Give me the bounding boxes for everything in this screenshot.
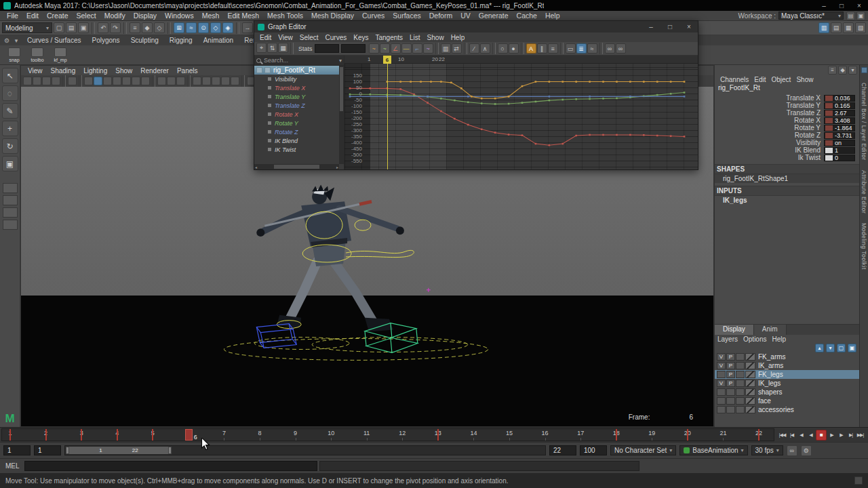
curve-keyframe[interactable] xyxy=(535,143,537,145)
outliner-horizontal-scrollbar[interactable]: ◂ ▸ xyxy=(254,164,339,169)
curve-keyframe[interactable] xyxy=(643,81,645,83)
curve-keyframe[interactable] xyxy=(656,94,658,96)
curve-keyframe[interactable] xyxy=(427,102,429,104)
keyframe-tick[interactable] xyxy=(437,429,439,441)
graph-editor-window[interactable]: Graph Editor –□× EditViewSelectCurvesKey… xyxy=(254,20,698,170)
curve-keyframe[interactable] xyxy=(602,98,604,100)
layer-playback-toggle[interactable]: P xyxy=(726,380,735,387)
outliner-node-row[interactable]: rig_FootIK_Rt xyxy=(254,66,339,75)
graph-menu-select[interactable]: Select xyxy=(296,34,322,41)
left-foot-ik-control[interactable] xyxy=(256,324,296,348)
normalized-view-icon[interactable]: ≈ xyxy=(587,43,597,54)
shelf-tab-rigging[interactable]: Rigging xyxy=(164,37,198,44)
menu-edit[interactable]: Edit xyxy=(22,12,43,20)
layer-move-up-icon[interactable]: ▴ xyxy=(815,344,824,352)
curve-keyframe[interactable] xyxy=(670,135,672,137)
layer-color-swatch[interactable] xyxy=(745,388,755,396)
curve-keyframe[interactable] xyxy=(575,81,577,83)
graph-editor-minimize-button[interactable]: – xyxy=(646,23,656,30)
menu-deform[interactable]: Deform xyxy=(425,12,456,20)
linear-tangents-icon[interactable]: ∠ xyxy=(391,43,401,54)
attribute-editor-toggle-icon[interactable]: ▤ xyxy=(831,22,842,33)
channel-box-menu-channels[interactable]: Channels xyxy=(720,76,754,83)
create-layer-from-selected-icon[interactable]: ▣ xyxy=(848,344,856,352)
graph-editor-maximize-button[interactable]: □ xyxy=(665,23,675,30)
channel-box-toggle-icon[interactable]: ▥ xyxy=(818,22,829,33)
paint-select-tool[interactable]: ✎ xyxy=(2,103,18,119)
textured-display-icon[interactable] xyxy=(103,77,112,85)
curve-keyframe[interactable] xyxy=(684,81,686,83)
workspace-select[interactable]: Maya Classıc* ▾ xyxy=(778,12,844,20)
stats-time-field[interactable] xyxy=(315,44,339,53)
channel-box-menu-edit[interactable]: Edit xyxy=(754,76,771,83)
make-live-icon[interactable]: ◈ xyxy=(222,22,233,33)
command-language-toggle[interactable]: MEL xyxy=(5,462,24,470)
keyframe-tick[interactable] xyxy=(152,429,153,441)
channel-row-translate-x[interactable]: Translate X0.036 xyxy=(715,94,859,102)
menu-create[interactable]: Create xyxy=(43,12,73,20)
field-chart-icon[interactable] xyxy=(212,77,220,85)
layer-playback-toggle[interactable]: P xyxy=(726,371,735,378)
curve-keyframe[interactable] xyxy=(616,134,618,136)
layer-color-swatch[interactable] xyxy=(745,353,755,361)
keyframe-tick[interactable] xyxy=(81,429,82,441)
curve-keyframe[interactable] xyxy=(535,101,537,103)
animation-start-field[interactable]: 1 xyxy=(3,445,31,455)
scrollbar-thumb[interactable] xyxy=(274,165,320,169)
anim-curve-rotate-x[interactable] xyxy=(387,82,684,99)
animation-end-field[interactable]: 100 xyxy=(580,445,607,455)
curve-keyframe[interactable] xyxy=(521,134,524,136)
lasso-select-tool[interactable]: ◌ xyxy=(2,85,18,101)
curve-keyframe[interactable] xyxy=(427,96,429,98)
channel-box-menu-show[interactable]: Show xyxy=(796,76,818,83)
keyframe-tick[interactable] xyxy=(9,429,11,441)
single-pane-layout-button[interactable] xyxy=(3,183,18,193)
layer-editor-tab-anim[interactable]: Anim xyxy=(754,325,787,335)
curve-keyframe[interactable] xyxy=(430,81,432,83)
panel-menu-show[interactable]: Show xyxy=(111,67,136,75)
range-end-handle[interactable] xyxy=(168,447,172,454)
curve-keyframe[interactable] xyxy=(602,81,604,83)
unify-tangents-icon[interactable]: ∧ xyxy=(480,43,490,54)
outliner-channel-translate-y[interactable]: Translate Y xyxy=(254,92,339,101)
post-infinity-cycle-icon[interactable]: ∞ xyxy=(616,43,626,54)
motion-blur-icon[interactable] xyxy=(141,77,150,85)
channel-value-field[interactable]: -1.864 xyxy=(824,125,855,131)
move-nearest-picked-key-icon[interactable]: ⌖ xyxy=(256,43,267,53)
channel-row-translate-z[interactable]: Translate Z2.67 xyxy=(715,109,859,117)
playback-end-field[interactable]: 22 xyxy=(549,445,576,455)
menu-mesh[interactable]: Mesh xyxy=(198,12,224,20)
panel-menu-view[interactable]: View xyxy=(24,67,47,75)
layer-color-swatch[interactable] xyxy=(745,362,755,369)
shelf-tab-curves-surfaces[interactable]: Curves / Surfaces xyxy=(22,37,86,44)
curve-keyframe[interactable] xyxy=(481,102,483,104)
keyframe-tick[interactable] xyxy=(117,429,118,441)
layer-playback-toggle[interactable] xyxy=(726,397,735,405)
channel-value-field[interactable]: 0.165 xyxy=(824,102,855,109)
swap-buffer-curve-icon[interactable]: ⇄ xyxy=(452,43,462,54)
curve-keyframe[interactable] xyxy=(399,88,401,90)
graph-menu-curves[interactable]: Curves xyxy=(322,34,351,41)
outliner-channel-rotate-z[interactable]: Rotate Z xyxy=(254,127,339,136)
image-plane-icon[interactable] xyxy=(68,77,77,85)
curve-keyframe[interactable] xyxy=(684,92,686,94)
channel-value-field[interactable]: 3.408 xyxy=(824,117,855,124)
curve-keyframe[interactable] xyxy=(508,103,510,105)
safe-action-icon[interactable] xyxy=(221,77,230,85)
sidebar-tab-channel-box-layer-editor[interactable]: Channel Box / Layer Editor xyxy=(861,83,867,161)
curve-keyframe[interactable] xyxy=(481,98,483,100)
curve-keyframe[interactable] xyxy=(643,134,645,136)
menu-mesh-tools[interactable]: Mesh Tools xyxy=(263,12,307,20)
menu-curves[interactable]: Curves xyxy=(358,12,389,20)
current-frame-marker[interactable]: 6 xyxy=(383,56,391,64)
curve-keyframe[interactable] xyxy=(450,82,452,84)
use-all-lights-icon[interactable] xyxy=(113,77,121,85)
graph-menu-show[interactable]: Show xyxy=(424,34,448,41)
channel-value-field[interactable]: 0.036 xyxy=(824,95,855,102)
keyframe-tick[interactable] xyxy=(758,429,760,441)
graph-menu-edit[interactable]: Edit xyxy=(256,34,275,41)
joint-xray-display-icon[interactable] xyxy=(176,77,185,85)
select-by-component-icon[interactable]: ◇ xyxy=(154,22,165,33)
xray-display-icon[interactable] xyxy=(167,77,176,85)
menu-modify[interactable]: Modify xyxy=(100,12,130,20)
